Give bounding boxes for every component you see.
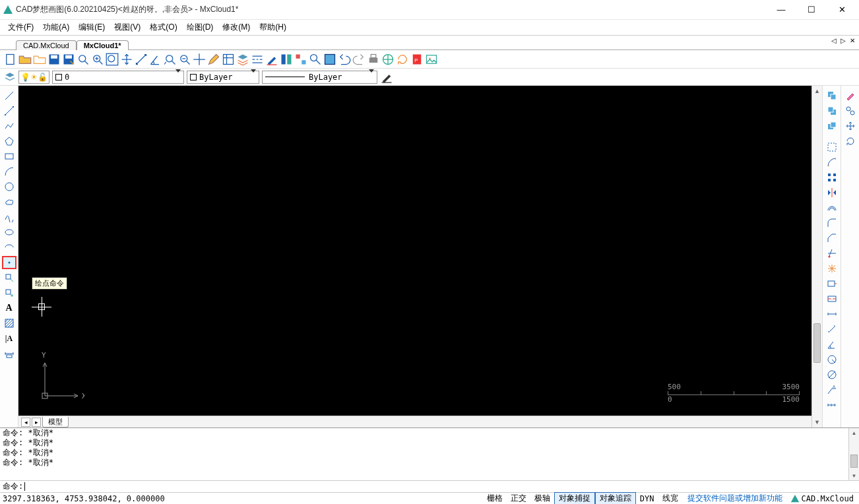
layer-freeze-icon[interactable]: ☀ [30, 73, 38, 82]
save-icon[interactable] [48, 53, 61, 66]
tab-scroll-right-icon[interactable]: ▷ [839, 37, 847, 44]
trim-icon[interactable] [825, 247, 839, 260]
status-ortho[interactable]: 正交 [507, 493, 530, 504]
measure-distance-icon[interactable] [135, 53, 148, 66]
arc-icon[interactable] [2, 165, 16, 178]
polyline-icon[interactable] [2, 119, 16, 133]
chamfer-icon[interactable] [825, 232, 839, 245]
select-window-icon[interactable] [825, 141, 839, 154]
scroll-thumb[interactable] [813, 323, 821, 363]
fillet-icon[interactable] [825, 216, 839, 230]
select-similar-icon[interactable] [294, 53, 307, 66]
break-icon[interactable] [825, 292, 839, 305]
insert-block-icon[interactable] [2, 271, 16, 284]
layer-manager-icon[interactable] [4, 71, 16, 83]
tab-mxcloud1[interactable]: MxCloud1* [77, 40, 129, 50]
tab-close-icon[interactable]: ✕ [848, 37, 856, 44]
redo-icon[interactable] [352, 53, 366, 66]
menu-function[interactable]: 功能(A) [39, 20, 73, 34]
dimension-icon[interactable] [2, 347, 16, 360]
refresh-icon[interactable] [396, 53, 409, 66]
point-icon[interactable] [2, 256, 16, 269]
dim-angular-icon[interactable] [825, 338, 839, 351]
canvas-vertical-scrollbar[interactable]: ▲ ▼ [811, 86, 822, 427]
find-icon[interactable] [309, 53, 322, 66]
tab-scroll-left-icon[interactable]: ◁ [830, 37, 838, 44]
status-osnap[interactable]: 对象捕捉 [554, 492, 595, 504]
layer-lock-icon[interactable]: 🔓 [38, 73, 48, 82]
mirror-icon[interactable] [825, 186, 839, 199]
circle-icon[interactable] [2, 180, 16, 193]
model-tab[interactable]: 模型 [42, 417, 69, 427]
tab-nav-first-icon[interactable]: ◂ [21, 418, 30, 427]
edit-icon[interactable] [207, 53, 220, 66]
status-polar[interactable]: 极轴 [530, 493, 554, 504]
copy-back-icon[interactable] [825, 104, 839, 117]
copy-layer-icon[interactable] [825, 89, 839, 102]
drawing-canvas[interactable]: 绘点命令 Y X 5003500 01500 [18, 86, 811, 416]
new-file-icon[interactable] [4, 53, 17, 66]
menu-draw[interactable]: 绘图(D) [183, 20, 218, 34]
properties-icon[interactable] [222, 53, 235, 66]
hatch-icon[interactable] [2, 317, 16, 330]
status-lwt[interactable]: 线宽 [658, 493, 682, 504]
print-icon[interactable] [367, 53, 380, 66]
dim-continue-icon[interactable] [825, 398, 839, 412]
line-icon[interactable] [2, 89, 16, 102]
dim-linear-icon[interactable] [825, 307, 839, 321]
command-input[interactable] [25, 482, 856, 492]
cmd-scroll-down-icon[interactable]: ▼ [849, 471, 859, 480]
measure-angle-icon[interactable] [149, 53, 162, 66]
dim-aligned-icon[interactable] [825, 323, 839, 336]
array-icon[interactable] [825, 171, 839, 184]
tab-nav-last-icon[interactable]: ▸ [32, 418, 41, 427]
minimize-button[interactable]: — [767, 3, 796, 17]
save-as-icon[interactable] [62, 53, 75, 66]
color-brush-icon[interactable] [265, 53, 278, 66]
image-icon[interactable] [425, 53, 438, 66]
status-grid[interactable]: 栅格 [483, 493, 507, 504]
layer-on-icon[interactable]: 💡 [20, 73, 30, 82]
menu-help[interactable]: 帮助(H) [255, 20, 290, 34]
menu-edit[interactable]: 编辑(E) [75, 20, 109, 34]
select-all-icon[interactable] [825, 156, 839, 169]
command-scrollbar[interactable]: ▲ ▼ [848, 428, 859, 480]
erase-icon[interactable] [843, 89, 858, 102]
dim-radius-icon[interactable] [825, 353, 839, 366]
spline-icon[interactable] [2, 210, 16, 224]
status-dyn[interactable]: DYN [636, 494, 658, 503]
match-icon[interactable] [280, 53, 293, 66]
block-icon[interactable] [323, 53, 336, 66]
linetype-dropdown[interactable]: ByLayer [262, 71, 377, 84]
dim-diameter-icon[interactable] [825, 368, 839, 381]
extend-icon[interactable] [825, 277, 839, 290]
ellipse-arc-icon[interactable] [2, 241, 16, 254]
open-file-icon[interactable] [18, 53, 32, 66]
revcloud-icon[interactable] [2, 195, 16, 208]
color-dropdown[interactable]: ByLayer [187, 71, 259, 84]
cmd-scroll-up-icon[interactable]: ▲ [849, 428, 859, 437]
tab-cadmxcloud[interactable]: CAD.MxCloud [16, 40, 77, 50]
zoom-out-icon[interactable] [178, 53, 191, 66]
feedback-link[interactable]: 提交软件问题或增加新功能 [682, 493, 788, 504]
move-icon[interactable] [193, 53, 206, 66]
menu-view[interactable]: 视图(V) [110, 20, 144, 34]
offset-icon[interactable] [825, 201, 839, 214]
linetype-icon[interactable] [251, 53, 264, 66]
fireworks-icon[interactable] [825, 262, 839, 275]
ellipse-icon[interactable] [2, 226, 16, 239]
cmd-scroll-thumb[interactable] [850, 455, 858, 468]
layer-dropdown[interactable]: 0 [52, 71, 184, 84]
maximize-button[interactable]: ☐ [797, 3, 826, 17]
undo-icon[interactable] [338, 53, 351, 66]
open-folder-icon[interactable] [33, 53, 46, 66]
make-block-icon[interactable] [2, 286, 16, 299]
match-properties-icon[interactable] [380, 71, 393, 84]
mtext-icon[interactable]: A [2, 301, 16, 315]
xline-icon[interactable] [2, 104, 16, 117]
rectangle-icon[interactable] [2, 150, 16, 163]
zoom-window-icon[interactable] [77, 53, 90, 66]
zoom-extents-icon[interactable] [106, 53, 119, 66]
zoom-in-icon[interactable] [91, 53, 104, 66]
web-icon[interactable] [381, 53, 395, 66]
